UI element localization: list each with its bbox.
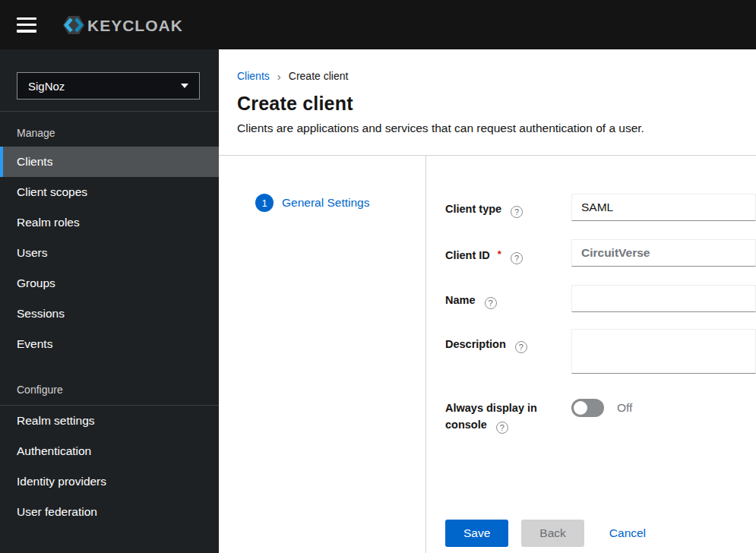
client-id-input[interactable] xyxy=(571,239,756,267)
nav-toggle-hamburger-icon[interactable] xyxy=(17,17,36,33)
name-label: Name ? xyxy=(445,285,571,312)
toggle-knob xyxy=(574,401,587,415)
nav-section-title: Manage xyxy=(0,112,219,147)
realm-selector-block: SigNoz xyxy=(0,49,219,112)
wizard-step-general-settings[interactable]: 1 General Settings xyxy=(219,194,425,212)
nav-section-configure: Configure Realm settings Authentication … xyxy=(0,384,219,527)
description-row: Description ? xyxy=(445,329,756,377)
help-icon[interactable]: ? xyxy=(511,252,523,264)
svg-text:KEYCLOAK: KEYCLOAK xyxy=(87,17,183,34)
help-icon[interactable]: ? xyxy=(515,341,527,353)
breadcrumb-clients-link[interactable]: Clients xyxy=(237,70,270,82)
main-content: Clients › Create client Create client Cl… xyxy=(219,49,756,553)
keycloak-logo-icon: KEYCLOAK xyxy=(58,11,184,39)
sidebar-item-identity-providers[interactable]: Identity providers xyxy=(0,466,219,497)
sidebar-item-authentication[interactable]: Authentication xyxy=(0,436,219,466)
sidebar: SigNoz Manage Clients Client scopes Real… xyxy=(0,49,219,553)
masthead: KEYCLOAK xyxy=(0,0,756,49)
step-number-badge: 1 xyxy=(255,194,274,212)
sidebar-item-realm-roles[interactable]: Realm roles xyxy=(0,207,219,238)
always-display-toggle[interactable] xyxy=(571,399,604,417)
realm-selector-value: SigNoz xyxy=(28,80,65,93)
sidebar-item-realm-settings[interactable]: Realm settings xyxy=(0,406,219,436)
sidebar-item-sessions[interactable]: Sessions xyxy=(0,299,219,329)
page-header: Clients › Create client Create client Cl… xyxy=(219,49,756,156)
create-client-wizard: 1 General Settings Client type ? xyxy=(219,156,756,553)
help-icon[interactable]: ? xyxy=(485,297,497,309)
nav-section-title: Configure xyxy=(0,384,219,406)
back-button[interactable]: Back xyxy=(521,520,584,547)
form-actions: Save Back Cancel xyxy=(445,520,756,547)
page-subtitle: Clients are applications and services th… xyxy=(237,122,738,135)
description-textarea[interactable] xyxy=(571,329,756,374)
breadcrumb-current: Create client xyxy=(289,70,349,82)
help-icon[interactable]: ? xyxy=(496,422,508,434)
cancel-button[interactable]: Cancel xyxy=(609,526,646,540)
caret-down-icon xyxy=(181,84,188,88)
general-settings-form: Client type ? Client ID * ? xyxy=(426,156,756,553)
realm-selector[interactable]: SigNoz xyxy=(17,72,200,100)
help-icon[interactable]: ? xyxy=(511,206,523,218)
name-input[interactable] xyxy=(571,285,756,312)
client-type-row: Client type ? xyxy=(445,194,756,221)
breadcrumb: Clients › Create client xyxy=(237,70,738,82)
wizard-steps-nav: 1 General Settings xyxy=(219,156,426,553)
description-label: Description ? xyxy=(445,329,571,377)
client-id-label: Client ID * ? xyxy=(445,239,571,267)
step-label: General Settings xyxy=(282,196,369,210)
sidebar-item-user-federation[interactable]: User federation xyxy=(0,497,219,527)
sidebar-item-events[interactable]: Events xyxy=(0,329,219,359)
toggle-state-label: Off xyxy=(617,401,632,415)
always-display-row: Always display in console ? Off xyxy=(445,397,756,434)
page-title: Create client xyxy=(237,93,738,115)
sidebar-item-client-scopes[interactable]: Client scopes xyxy=(0,177,219,207)
keycloak-admin-console: KEYCLOAK SigNoz Manage Clients Client sc… xyxy=(0,0,756,553)
chevron-right-icon: › xyxy=(277,71,281,82)
nav-section-manage: Manage Clients Client scopes Realm roles… xyxy=(0,112,219,359)
save-button[interactable]: Save xyxy=(445,520,508,547)
required-indicator: * xyxy=(498,248,501,260)
always-display-label: Always display in console ? xyxy=(445,397,571,434)
client-id-row: Client ID * ? xyxy=(445,239,756,267)
name-row: Name ? xyxy=(445,285,756,312)
keycloak-logo[interactable]: KEYCLOAK xyxy=(58,11,184,39)
sidebar-item-groups[interactable]: Groups xyxy=(0,268,219,299)
sidebar-item-users[interactable]: Users xyxy=(0,238,219,268)
client-type-select[interactable] xyxy=(571,194,756,221)
client-type-label: Client type ? xyxy=(445,194,571,221)
sidebar-item-clients[interactable]: Clients xyxy=(0,147,219,177)
